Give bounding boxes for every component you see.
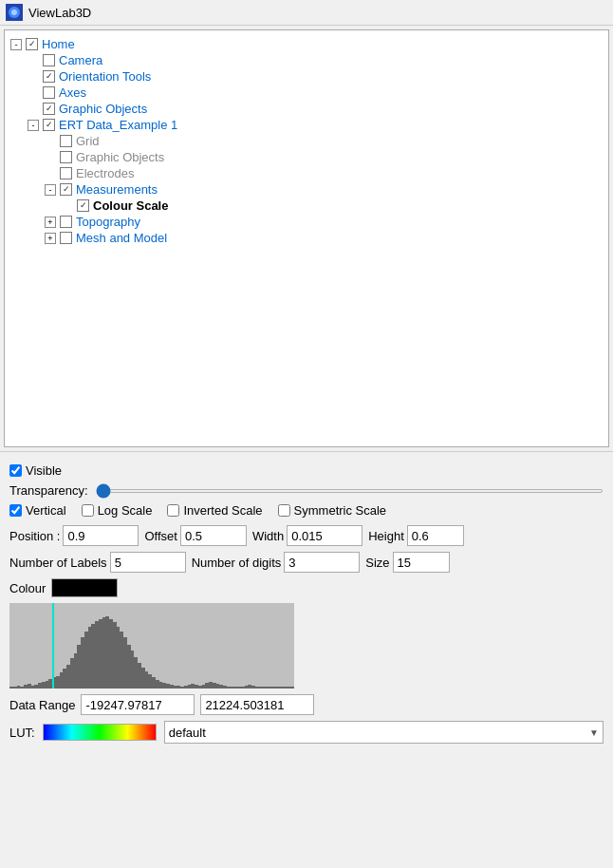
field-group-offset: Offset bbox=[144, 525, 246, 546]
expand-btn-ert-data[interactable]: - bbox=[28, 120, 39, 131]
tree-checkbox-axes[interactable] bbox=[43, 86, 55, 99]
data-range-label: Data Range bbox=[9, 698, 75, 712]
tree-label-home: Home bbox=[42, 37, 75, 51]
option-checkbox-symmetric-scale[interactable] bbox=[278, 504, 290, 517]
lut-label: LUT: bbox=[9, 726, 35, 740]
fields-row-1: Position :OffsetWidthHeight bbox=[9, 525, 604, 546]
title-bar: ViewLab3D bbox=[0, 0, 613, 26]
field-input2-num-digits[interactable] bbox=[284, 552, 360, 573]
tree-item-ert-data[interactable]: -ERT Data_Example 1 bbox=[9, 117, 604, 133]
tree-label-graphic-objects: Graphic Objects bbox=[59, 102, 147, 116]
expand-btn-mesh-model[interactable]: + bbox=[45, 233, 56, 244]
tree-item-home[interactable]: -Home bbox=[9, 36, 604, 52]
tree-label-topography: Topography bbox=[76, 215, 140, 229]
option-label-symmetric-scale[interactable]: Symmetric Scale bbox=[278, 503, 387, 518]
field-label-position: Position : bbox=[9, 529, 60, 543]
option-text-log-scale: Log Scale bbox=[98, 503, 153, 518]
expand-btn-measurements[interactable]: - bbox=[45, 184, 56, 196]
tree-checkbox-graphic-objects[interactable] bbox=[43, 103, 55, 115]
tree-item-electrodes[interactable]: Electrodes bbox=[9, 165, 604, 181]
svg-point-2 bbox=[11, 9, 17, 15]
option-text-inverted-scale: Inverted Scale bbox=[183, 503, 262, 518]
field-label-offset: Offset bbox=[144, 529, 176, 543]
tree-checkbox-measurements[interactable] bbox=[60, 183, 72, 196]
tree-item-graphic-objects-2[interactable]: Graphic Objects bbox=[9, 149, 604, 165]
data-range-min[interactable] bbox=[81, 694, 195, 715]
field-input-width[interactable] bbox=[287, 525, 362, 546]
field-label-height: Height bbox=[368, 529, 404, 543]
transparency-slider[interactable] bbox=[96, 489, 604, 493]
option-checkbox-inverted-scale[interactable] bbox=[167, 504, 179, 517]
expand-btn-topography[interactable]: + bbox=[45, 217, 56, 228]
hist-bar-79 bbox=[290, 687, 294, 689]
histogram bbox=[9, 603, 294, 689]
tree-checkbox-orientation-tools[interactable] bbox=[43, 70, 55, 83]
option-checkbox-log-scale[interactable] bbox=[82, 504, 94, 517]
option-checkbox-vertical[interactable] bbox=[9, 504, 22, 517]
data-range-max[interactable] bbox=[200, 694, 314, 715]
field-input2-num-labels[interactable] bbox=[110, 552, 186, 573]
tree-label-electrodes: Electrodes bbox=[76, 166, 134, 180]
tree-item-measurements[interactable]: -Measurements bbox=[9, 181, 604, 198]
tree-item-mesh-model[interactable]: +Mesh and Model bbox=[9, 230, 604, 246]
tree-checkbox-mesh-model[interactable] bbox=[60, 232, 72, 244]
options-row: VerticalLog ScaleInverted ScaleSymmetric… bbox=[9, 503, 604, 518]
properties-panel: Visible Transparency: VerticalLog ScaleI… bbox=[0, 456, 613, 757]
option-label-inverted-scale[interactable]: Inverted Scale bbox=[167, 503, 262, 518]
lut-dropdown-arrow: ▼ bbox=[589, 727, 599, 738]
tree-item-camera[interactable]: Camera bbox=[9, 52, 604, 68]
field-group2-num-labels: Number of Labels bbox=[9, 552, 186, 573]
tree-label-camera: Camera bbox=[59, 53, 102, 67]
expand-btn-home[interactable]: - bbox=[10, 39, 22, 50]
tree-item-axes[interactable]: Axes bbox=[9, 85, 604, 101]
lut-select[interactable]: default ▼ bbox=[164, 721, 604, 744]
field-input2-size[interactable] bbox=[393, 552, 450, 573]
option-label-log-scale[interactable]: Log Scale bbox=[82, 503, 153, 518]
tree-item-topography[interactable]: +Topography bbox=[9, 214, 604, 230]
tree-checkbox-grid[interactable] bbox=[60, 135, 72, 147]
transparency-row: Transparency: bbox=[9, 483, 604, 498]
tree-item-colour-scale[interactable]: Colour Scale bbox=[9, 198, 604, 214]
tree-label-ert-data: ERT Data_Example 1 bbox=[59, 118, 177, 132]
field-group2-size: Size bbox=[365, 552, 449, 573]
tree-panel: -HomeCameraOrientation ToolsAxesGraphic … bbox=[4, 29, 609, 447]
tree-checkbox-home[interactable] bbox=[26, 38, 38, 50]
fields-row-2: Number of LabelsNumber of digitsSize bbox=[9, 552, 604, 573]
option-label-vertical[interactable]: Vertical bbox=[9, 503, 66, 518]
transparency-label: Transparency: bbox=[9, 483, 88, 498]
field-input-position[interactable] bbox=[63, 525, 139, 546]
tree-item-orientation-tools[interactable]: Orientation Tools bbox=[9, 68, 604, 85]
visible-row: Visible bbox=[9, 463, 604, 478]
cyan-line-left bbox=[52, 603, 54, 689]
option-text-symmetric-scale: Symmetric Scale bbox=[294, 503, 387, 518]
visible-checkbox[interactable] bbox=[9, 464, 22, 477]
visible-checkbox-label[interactable]: Visible bbox=[9, 463, 62, 478]
tree-label-mesh-model: Mesh and Model bbox=[76, 231, 167, 245]
field-label-width: Width bbox=[252, 529, 284, 543]
tree-checkbox-topography[interactable] bbox=[60, 216, 72, 228]
field-group2-num-digits: Number of digits bbox=[192, 552, 361, 573]
tree-label-axes: Axes bbox=[59, 85, 86, 100]
tree-label-measurements: Measurements bbox=[76, 182, 158, 197]
tree-item-grid[interactable]: Grid bbox=[9, 133, 604, 149]
field-label2-num-digits: Number of digits bbox=[192, 556, 282, 570]
tree-checkbox-electrodes[interactable] bbox=[60, 167, 72, 179]
tree-label-graphic-objects-2: Graphic Objects bbox=[76, 150, 164, 164]
tree-checkbox-camera[interactable] bbox=[43, 54, 55, 66]
colour-swatch[interactable] bbox=[51, 578, 118, 597]
lut-gradient bbox=[43, 724, 157, 741]
tree-label-grid: Grid bbox=[76, 134, 100, 148]
field-group-width: Width bbox=[252, 525, 362, 546]
colour-label: Colour bbox=[9, 581, 46, 595]
app-icon bbox=[6, 4, 23, 21]
tree-checkbox-ert-data[interactable] bbox=[43, 119, 55, 131]
field-input-height[interactable] bbox=[407, 525, 464, 546]
field-input-offset[interactable] bbox=[180, 525, 247, 546]
visible-label: Visible bbox=[26, 463, 62, 478]
tree-item-graphic-objects[interactable]: Graphic Objects bbox=[9, 101, 604, 117]
tree-label-colour-scale: Colour Scale bbox=[93, 198, 168, 213]
tree-checkbox-colour-scale[interactable] bbox=[77, 199, 89, 212]
colour-row: Colour bbox=[9, 578, 604, 597]
tree-checkbox-graphic-objects-2[interactable] bbox=[60, 151, 72, 163]
lut-value: default bbox=[169, 726, 206, 740]
